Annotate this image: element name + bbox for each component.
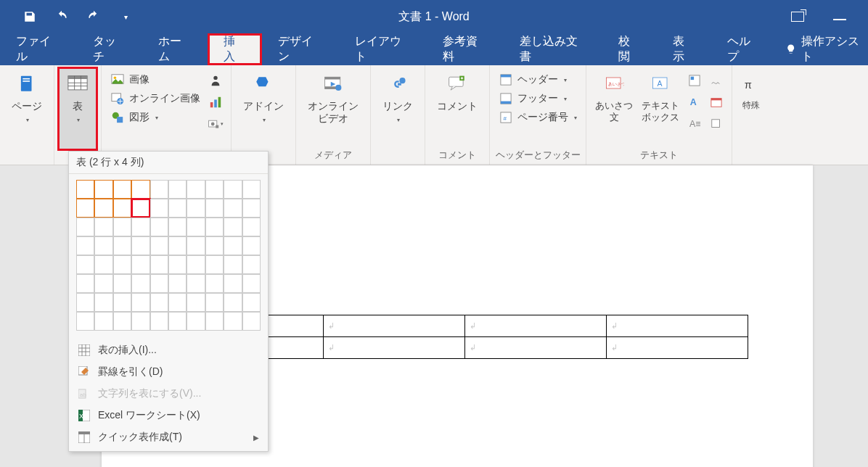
tab-touch[interactable]: タッチ: [77, 33, 142, 65]
table-grid-cell[interactable]: [150, 218, 168, 236]
minimize-icon[interactable]: [833, 13, 846, 20]
table-grid-cell[interactable]: [113, 199, 131, 218]
table-grid-cell[interactable]: [187, 180, 205, 199]
table-grid-cell[interactable]: [131, 293, 150, 312]
insert-table-menu-item[interactable]: 表の挿入(I)...: [69, 339, 268, 361]
quick-parts-button[interactable]: [687, 73, 703, 88]
table-grid-cell[interactable]: [94, 274, 112, 293]
links-button[interactable]: リンク▾: [375, 68, 420, 149]
table-grid-cell[interactable]: [168, 312, 187, 331]
table-grid-cell[interactable]: [205, 218, 224, 236]
redo-icon[interactable]: [86, 9, 102, 25]
table-grid-cell[interactable]: [76, 218, 94, 236]
table-grid-cell[interactable]: [205, 236, 224, 255]
table-grid-cell[interactable]: [94, 312, 112, 331]
table-grid-cell[interactable]: [113, 312, 131, 331]
table-grid-cell[interactable]: [224, 274, 242, 293]
table-grid-cell[interactable]: [113, 180, 131, 199]
page-number-button[interactable]: # ページ番号▾: [499, 110, 577, 125]
tab-review[interactable]: 校閲: [602, 33, 657, 65]
table-grid-cell[interactable]: [94, 218, 112, 236]
table-grid-cell[interactable]: [131, 255, 150, 274]
table-grid-cell[interactable]: [150, 293, 168, 312]
table-grid-cell[interactable]: [168, 180, 187, 199]
table-grid-cell[interactable]: [187, 274, 205, 293]
undo-icon[interactable]: [54, 9, 70, 25]
table-grid-cell[interactable]: [224, 218, 242, 236]
table-grid-cell[interactable]: [187, 236, 205, 255]
table-cell[interactable]: ↲: [607, 337, 748, 359]
tab-design[interactable]: デザイン: [262, 33, 339, 65]
table-grid-cell[interactable]: [168, 293, 187, 312]
table-grid-cell[interactable]: [205, 255, 224, 274]
table-grid-cell[interactable]: [76, 236, 94, 255]
table-grid-cell[interactable]: [224, 312, 242, 331]
table-button[interactable]: 表▾: [59, 68, 97, 149]
qat-dropdown-icon[interactable]: ▾: [118, 9, 134, 25]
table-cell[interactable]: ↲: [465, 337, 607, 359]
table-grid-cell[interactable]: [150, 312, 168, 331]
table-grid-cell[interactable]: [242, 312, 261, 331]
table-grid-cell[interactable]: [168, 274, 187, 293]
table-grid-cell[interactable]: [113, 236, 131, 255]
table-grid-cell[interactable]: [242, 293, 261, 312]
table-grid-cell[interactable]: [113, 274, 131, 293]
table-grid-cell[interactable]: [76, 199, 94, 218]
footer-button[interactable]: フッター▾: [499, 91, 577, 106]
date-time-button[interactable]: [708, 94, 724, 110]
excel-spreadsheet-menu-item[interactable]: X Excel ワークシート(X): [69, 405, 268, 426]
save-icon[interactable]: [22, 9, 38, 25]
table-grid-cell[interactable]: [131, 199, 150, 218]
greeting-button[interactable]: あいさつ あいさつ 文: [591, 68, 637, 147]
table-grid-cell[interactable]: [150, 255, 168, 274]
object-button[interactable]: [708, 116, 724, 132]
table-grid-cell[interactable]: [187, 218, 205, 236]
table-grid-cell[interactable]: [131, 218, 150, 236]
table-grid-cell[interactable]: [131, 274, 150, 293]
header-button[interactable]: ヘッダー▾: [499, 73, 577, 87]
table-grid-cell[interactable]: [205, 274, 224, 293]
table-grid-cell[interactable]: [187, 293, 205, 312]
chart-button[interactable]: [208, 94, 224, 110]
table-grid-cell[interactable]: [113, 218, 131, 236]
table-grid-cell[interactable]: [224, 255, 242, 274]
quick-tables-menu-item[interactable]: クイック表作成(T) ▶: [69, 426, 268, 448]
addins-button[interactable]: アドイン▾: [236, 68, 291, 149]
table-grid-cell[interactable]: [94, 236, 112, 255]
table-grid-cell[interactable]: [224, 199, 242, 218]
tab-view[interactable]: 表示: [657, 33, 711, 65]
table-size-grid[interactable]: [69, 174, 268, 336]
wordart-button[interactable]: A: [687, 94, 703, 110]
screenshot-button[interactable]: ▾: [208, 116, 224, 132]
tab-insert[interactable]: 挿入: [208, 33, 262, 65]
drop-cap-button[interactable]: A≡: [687, 116, 703, 132]
tab-file[interactable]: ファイル: [0, 33, 77, 65]
tab-layout[interactable]: レイアウト: [339, 33, 427, 65]
symbols-button[interactable]: π 特殊: [737, 68, 766, 149]
table-grid-cell[interactable]: [76, 312, 94, 331]
table-grid-cell[interactable]: [150, 236, 168, 255]
table-grid-cell[interactable]: [94, 180, 112, 199]
table-grid-cell[interactable]: [242, 274, 261, 293]
table-grid-cell[interactable]: [187, 312, 205, 331]
table-grid-cell[interactable]: [242, 236, 261, 255]
table-grid-cell[interactable]: [205, 199, 224, 218]
comment-button[interactable]: コメント: [430, 68, 485, 147]
table-grid-cell[interactable]: [224, 180, 242, 199]
tell-me[interactable]: 操作アシスト: [777, 33, 868, 65]
table-grid-cell[interactable]: [242, 180, 261, 199]
table-grid-cell[interactable]: [205, 180, 224, 199]
table-grid-cell[interactable]: [224, 293, 242, 312]
table-grid-cell[interactable]: [131, 312, 150, 331]
table-grid-cell[interactable]: [94, 199, 112, 218]
table-grid-cell[interactable]: [168, 236, 187, 255]
table-grid-cell[interactable]: [205, 312, 224, 331]
tab-references[interactable]: 参考資料: [427, 33, 504, 65]
table-grid-cell[interactable]: [205, 293, 224, 312]
ribbon-display-options-icon[interactable]: [791, 12, 804, 22]
online-video-button[interactable]: オンライン ビデオ: [300, 68, 366, 147]
table-grid-cell[interactable]: [242, 218, 261, 236]
table-grid-cell[interactable]: [76, 255, 94, 274]
table-grid-cell[interactable]: [150, 274, 168, 293]
shapes-button[interactable]: 図形▾: [110, 110, 200, 125]
